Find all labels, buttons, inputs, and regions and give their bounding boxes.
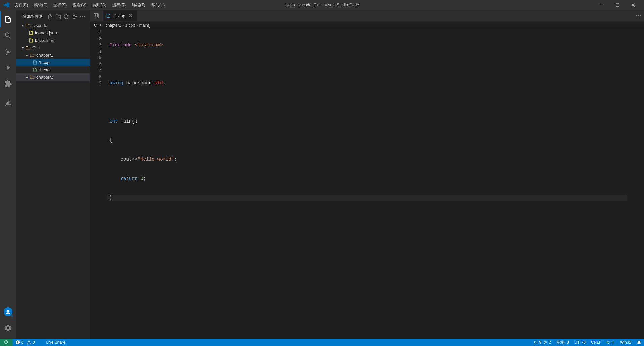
menu-view[interactable]: 查看(V) — [70, 2, 89, 9]
activity-source-control[interactable] — [0, 44, 16, 60]
menu-file[interactable]: 文件(F) — [12, 2, 31, 9]
svg-point-3 — [636, 15, 637, 16]
tree-item-vscode[interactable]: ▾ .vscode — [16, 22, 90, 29]
activity-run[interactable] — [0, 60, 16, 76]
code-content[interactable]: #include <iostream> using namespace std;… — [107, 29, 627, 339]
sidebar-header: 资源管理器 — [16, 10, 90, 22]
new-folder-button[interactable] — [55, 13, 62, 20]
notifications-item[interactable] — [634, 339, 644, 346]
breadcrumb-item-cpp[interactable]: C++ — [94, 23, 102, 28]
error-icon — [15, 340, 20, 345]
line-num-9: 9 — [90, 80, 104, 86]
liveshare-icon — [40, 340, 45, 345]
tree-item-label: 1.exe — [39, 67, 50, 72]
badge-dot — [11, 315, 13, 317]
line-numbers: 1 2 3 4 5 6 7 8 9 — [90, 29, 107, 339]
close-button[interactable]: ✕ — [625, 0, 641, 10]
errors-status-item[interactable]: 0 0 — [13, 339, 37, 346]
sidebar: 资源管理器 — [16, 10, 90, 339]
activity-explorer[interactable] — [0, 11, 16, 27]
chevron-right-icon: ▸ — [24, 74, 30, 80]
run-icon — [4, 64, 12, 72]
code-line-5: int main() — [107, 118, 627, 125]
activity-settings[interactable] — [0, 320, 16, 336]
refresh-icon — [64, 14, 69, 19]
tree-item-label: tasks.json — [35, 38, 54, 43]
tree-item-label: launch.json — [35, 30, 57, 36]
sidebar-actions — [47, 13, 86, 20]
svg-point-1 — [82, 16, 83, 17]
menu-edit[interactable]: 编辑(E) — [31, 2, 50, 9]
tab-close-button[interactable]: ✕ — [128, 13, 133, 18]
status-right: 行 9, 列 2 空格: 3 UTF-8 CRLF C++ Win32 — [531, 339, 644, 346]
refresh-button[interactable] — [63, 13, 70, 20]
remote-status-icon — [4, 340, 9, 345]
breadcrumb-sep-3: › — [137, 23, 138, 28]
minimize-button[interactable]: − — [594, 0, 610, 10]
line-ending-item[interactable]: CRLF — [588, 339, 604, 346]
tree-item-chapter1[interactable]: ▾ chapter1 — [16, 51, 90, 59]
menu-goto[interactable]: 转到(G) — [90, 2, 109, 9]
menu-terminal[interactable]: 终端(T) — [129, 2, 148, 9]
tree-item-tasks[interactable]: tasks.json — [16, 37, 90, 44]
code-line-2 — [107, 61, 627, 67]
line-num-6: 6 — [90, 61, 104, 67]
new-file-button[interactable] — [47, 13, 54, 20]
status-left: 0 0 Live Share — [0, 339, 68, 346]
breadcrumb-item-main[interactable]: main() — [139, 23, 151, 28]
tree-item-cpp[interactable]: ▾ C++ — [16, 44, 90, 51]
menu-run[interactable]: 运行(R) — [110, 2, 129, 9]
chevron-down-icon: ▾ — [20, 23, 25, 28]
breadcrumb-item-1cpp[interactable]: 1.cpp — [125, 23, 135, 28]
activity-search[interactable] — [0, 27, 16, 44]
tree-item-label: C++ — [32, 45, 41, 50]
svg-point-5 — [640, 15, 641, 16]
editor-area: 1.cpp ✕ C++ › chapter1 › 1.cpp › main() … — [90, 10, 644, 339]
more-actions-button[interactable] — [79, 13, 86, 20]
tab-1cpp[interactable]: 1.cpp ✕ — [103, 10, 137, 21]
tree-item-label: chapter1 — [36, 53, 53, 58]
window-controls: − □ ✕ — [594, 0, 641, 10]
split-editor-button[interactable] — [91, 11, 101, 21]
tab-label: 1.cpp — [115, 13, 125, 18]
remote-status-item[interactable] — [0, 339, 13, 346]
indentation-item[interactable]: 空格: 3 — [554, 339, 572, 346]
code-editor[interactable]: 1 2 3 4 5 6 7 8 9 #include <iostream> us… — [90, 29, 644, 339]
minimap — [627, 29, 644, 339]
source-control-icon — [4, 48, 12, 56]
account-button[interactable] — [0, 304, 16, 320]
liveshare-status-item[interactable]: Live Share — [37, 339, 68, 346]
collapse-all-button[interactable] — [71, 13, 78, 20]
encoding-item[interactable]: UTF-8 — [572, 339, 588, 346]
new-file-icon — [48, 14, 53, 19]
maximize-button[interactable]: □ — [610, 0, 625, 10]
tree-item-chapter2[interactable]: ▸ chapter2 — [16, 73, 90, 81]
code-line-9: } — [107, 195, 627, 201]
tree-item-1cpp[interactable]: 1.cpp — [16, 59, 90, 66]
breadcrumb-sep-1: › — [103, 23, 104, 28]
activity-extensions[interactable] — [0, 76, 16, 92]
bell-icon — [637, 340, 641, 345]
tab-more-button[interactable] — [633, 10, 644, 21]
tree-item-launch[interactable]: launch.json — [16, 29, 90, 37]
encoding: UTF-8 — [574, 340, 586, 345]
code-line-8: return 0; — [107, 176, 627, 182]
person-icon — [5, 309, 11, 315]
tree-item-1exe[interactable]: 1.exe — [16, 66, 90, 73]
platform: Win32 — [620, 340, 631, 345]
warning-icon — [26, 340, 31, 345]
breadcrumb-item-chapter1[interactable]: chapter1 — [106, 23, 121, 28]
main-container: 资源管理器 — [0, 10, 644, 339]
menu-help[interactable]: 帮助(H) — [149, 2, 168, 9]
menu-selection[interactable]: 选择(S) — [51, 2, 69, 9]
tree-item-label: 1.cpp — [39, 60, 50, 65]
language-item[interactable]: C++ — [604, 339, 617, 346]
platform-item[interactable]: Win32 — [617, 339, 634, 346]
folder-icon — [30, 52, 35, 58]
language-mode: C++ — [607, 340, 614, 345]
ellipsis-icon — [80, 14, 85, 19]
errors-count: 0 — [21, 340, 24, 345]
activity-remote[interactable] — [0, 94, 16, 111]
cursor-position-item[interactable]: 行 9, 列 2 — [531, 339, 554, 346]
folder-icon — [25, 23, 31, 28]
